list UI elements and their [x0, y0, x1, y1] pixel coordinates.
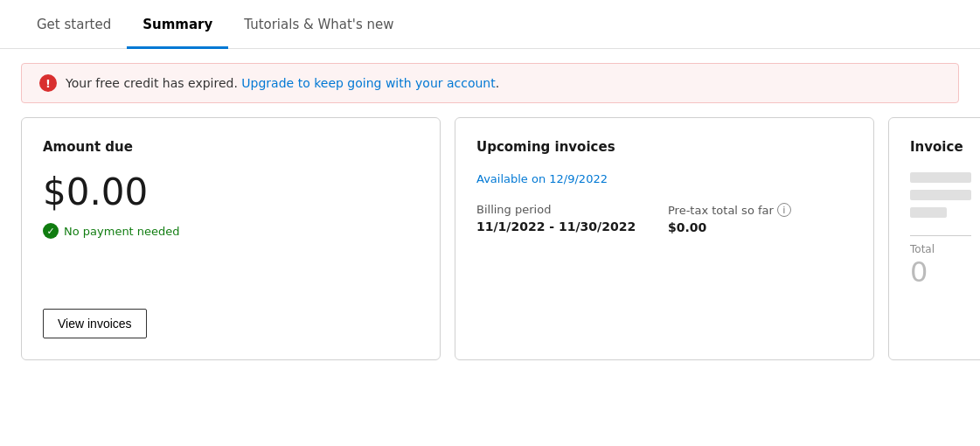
invoice-total-value: 0: [910, 255, 971, 289]
upcoming-invoices-title: Upcoming invoices: [476, 139, 852, 155]
invoice-card: Invoice Total 0: [888, 117, 980, 360]
tab-nav: Get started Summary Tutorials & What's n…: [0, 0, 980, 49]
check-icon: ✓: [43, 223, 59, 239]
invoice-line-1: [910, 172, 971, 183]
invoice-card-title: Invoice: [910, 139, 971, 155]
payment-status-label: No payment needed: [64, 225, 180, 238]
cards-container: Amount due $0.00 ✓ No payment needed Vie…: [0, 117, 980, 381]
invoice-total-label: Total: [910, 243, 971, 255]
pretax-label-row: Pre-tax total so far i: [668, 203, 852, 217]
invoice-total-area: Total 0: [910, 235, 971, 289]
pretax-label: Pre-tax total so far: [668, 204, 774, 217]
tab-get-started[interactable]: Get started: [21, 3, 127, 49]
billing-period-label: Billing period: [476, 203, 661, 216]
tab-summary[interactable]: Summary: [127, 3, 228, 49]
view-invoices-button[interactable]: View invoices: [43, 309, 147, 338]
alert-text-before: Your free credit has expired.: [66, 76, 241, 90]
pretax-value: $0.00: [668, 220, 852, 234]
invoice-lines: [910, 172, 971, 218]
info-icon[interactable]: i: [777, 203, 791, 217]
amount-due-card: Amount due $0.00 ✓ No payment needed Vie…: [21, 117, 441, 360]
alert-text: Your free credit has expired. Upgrade to…: [66, 76, 499, 90]
tab-tutorials[interactable]: Tutorials & What's new: [228, 3, 409, 49]
billing-period-section: Billing period 11/1/2022 - 11/30/2022: [476, 203, 661, 234]
payment-status: ✓ No payment needed: [43, 223, 419, 239]
alert-banner: ! Your free credit has expired. Upgrade …: [21, 63, 959, 103]
amount-due-title: Amount due: [43, 139, 419, 155]
invoice-line-2: [910, 190, 971, 200]
invoice-line-3: [910, 207, 947, 218]
amount-value: $0.00: [43, 172, 419, 213]
alert-icon: !: [39, 74, 57, 92]
upcoming-invoices-card: Upcoming invoices Available on 12/9/2022…: [455, 117, 874, 360]
alert-upgrade-link[interactable]: Upgrade to keep going with your account: [241, 76, 495, 90]
alert-text-after: .: [496, 76, 499, 90]
billing-period-value: 11/1/2022 - 11/30/2022: [476, 220, 661, 233]
billing-grid: Billing period 11/1/2022 - 11/30/2022 Pr…: [476, 203, 852, 234]
available-date: Available on 12/9/2022: [476, 172, 852, 185]
pretax-section: Pre-tax total so far i $0.00: [668, 203, 852, 234]
